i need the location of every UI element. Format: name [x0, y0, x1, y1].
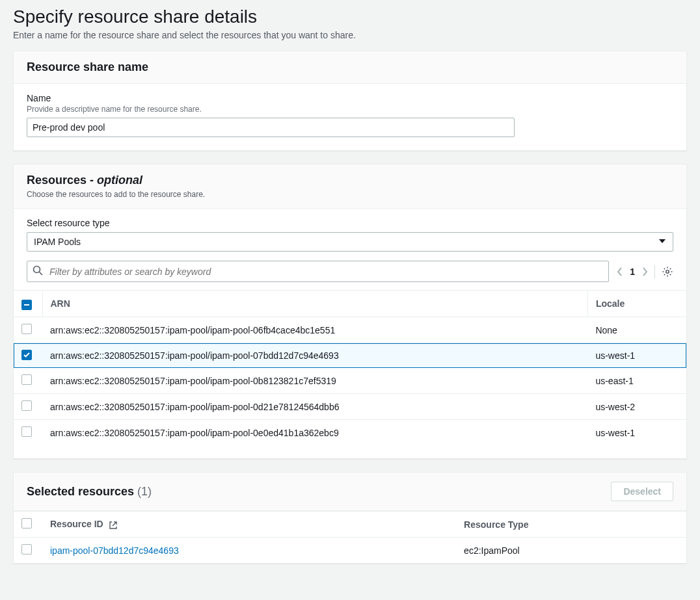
locale-cell: us-west-1 — [587, 420, 686, 446]
page-number: 1 — [630, 267, 635, 277]
select-all-selected-checkbox[interactable] — [21, 518, 32, 528]
table-row[interactable]: arn:aws:ec2::320805250157:ipam-pool/ipam… — [14, 420, 686, 446]
locale-cell: us-west-1 — [587, 343, 686, 368]
pager: 1 — [617, 265, 673, 278]
arn-cell: arn:aws:ec2::320805250157:ipam-pool/ipam… — [42, 420, 587, 446]
col-arn[interactable]: ARN — [42, 291, 587, 317]
page-prev[interactable] — [617, 267, 623, 276]
resource-type-cell: ec2:IpamPool — [456, 538, 686, 564]
name-panel: Resource share name Name Provide a descr… — [13, 51, 687, 151]
settings-button[interactable] — [662, 266, 673, 278]
table-row[interactable]: arn:aws:ec2::320805250157:ipam-pool/ipam… — [14, 343, 686, 368]
select-all-checkbox[interactable] — [21, 300, 32, 310]
resources-table: ARN Locale arn:aws:ec2::320805250157:ipa… — [14, 290, 686, 445]
external-link-icon — [109, 521, 118, 530]
col-resource-id[interactable]: Resource ID — [42, 512, 456, 538]
name-label: Name — [27, 93, 673, 103]
arn-cell: arn:aws:ec2::320805250157:ipam-pool/ipam… — [42, 394, 587, 420]
search-icon — [33, 265, 48, 278]
selected-table: Resource ID Resource Type ipam-pool-07bd… — [14, 511, 686, 563]
locale-cell: us-east-1 — [587, 368, 686, 394]
arn-cell: arn:aws:ec2::320805250157:ipam-pool/ipam… — [42, 343, 587, 368]
arn-cell: arn:aws:ec2::320805250157:ipam-pool/ipam… — [42, 317, 587, 343]
table-row[interactable]: ipam-pool-07bdd12d7c94e4693ec2:IpamPool — [14, 538, 686, 564]
svg-point-0 — [34, 267, 40, 273]
row-checkbox[interactable] — [21, 324, 32, 334]
row-checkbox[interactable] — [21, 400, 32, 411]
row-checkbox[interactable] — [21, 544, 32, 554]
search-input[interactable] — [48, 266, 603, 278]
resource-type-select[interactable]: IPAM Pools — [27, 232, 673, 252]
page-description: Enter a name for the resource share and … — [13, 30, 687, 40]
resource-id-link[interactable]: ipam-pool-07bdd12d7c94e4693 — [50, 545, 179, 556]
selected-heading: Selected resources (1) — [27, 485, 152, 499]
search-input-wrap[interactable] — [27, 261, 609, 282]
locale-cell: us-west-2 — [587, 394, 686, 420]
svg-point-2 — [666, 270, 669, 272]
col-locale[interactable]: Locale — [587, 291, 686, 317]
table-row[interactable]: arn:aws:ec2::320805250157:ipam-pool/ipam… — [14, 368, 686, 394]
row-checkbox[interactable] — [21, 426, 32, 437]
name-hint: Provide a descriptive name for the resou… — [27, 105, 673, 114]
selected-panel: Selected resources (1) Deselect Resource… — [13, 472, 687, 564]
resource-type-label: Select resource type — [27, 218, 673, 228]
resources-hint: Choose the resources to add to the resou… — [27, 190, 673, 199]
deselect-button[interactable]: Deselect — [611, 482, 673, 501]
table-row[interactable]: arn:aws:ec2::320805250157:ipam-pool/ipam… — [14, 317, 686, 343]
row-checkbox[interactable] — [21, 374, 32, 385]
page-next[interactable] — [641, 267, 648, 276]
col-resource-type[interactable]: Resource Type — [456, 512, 686, 538]
name-input[interactable] — [27, 118, 515, 137]
page-title: Specify resource share details — [13, 7, 687, 27]
table-row[interactable]: arn:aws:ec2::320805250157:ipam-pool/ipam… — [14, 394, 686, 420]
row-checkbox[interactable] — [21, 350, 32, 360]
resources-panel: Resources - optional Choose the resource… — [13, 164, 687, 459]
resource-type-value: IPAM Pools — [34, 237, 81, 247]
resources-heading: Resources - optional — [27, 174, 673, 187]
arn-cell: arn:aws:ec2::320805250157:ipam-pool/ipam… — [42, 368, 587, 394]
locale-cell: None — [587, 317, 686, 343]
caret-down-icon — [658, 237, 666, 247]
svg-line-1 — [40, 272, 43, 276]
name-panel-heading: Resource share name — [27, 60, 673, 74]
